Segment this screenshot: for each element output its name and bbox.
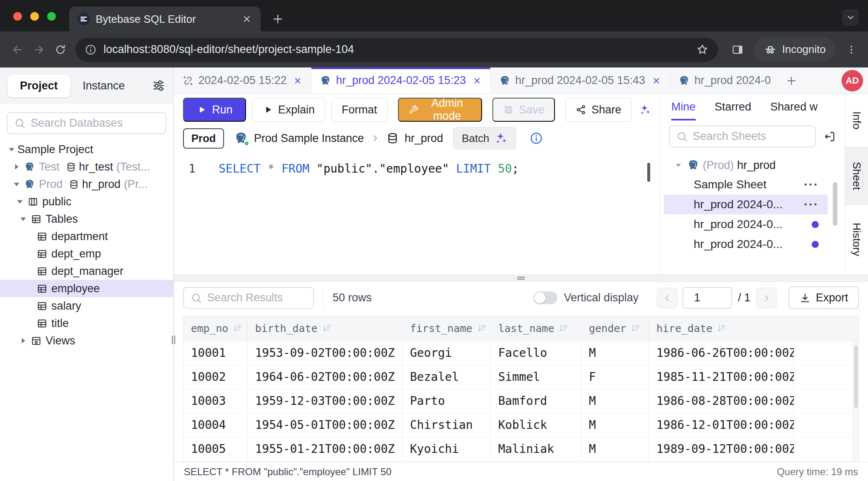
editor-tab[interactable]: hr_prod 2024-02-05 15:23 xyxy=(311,67,491,94)
tree-item[interactable]: dept_manager xyxy=(0,262,173,280)
editor-tab[interactable]: hr_prod 2024-02-05 15:43 xyxy=(491,67,670,94)
side-tab-history[interactable]: History xyxy=(845,205,868,274)
side-tab-sheet[interactable]: Sheet xyxy=(845,147,868,205)
caret-down-icon[interactable] xyxy=(6,144,17,155)
reload-button[interactable] xyxy=(50,39,71,60)
forward-button[interactable] xyxy=(28,39,50,60)
sql-editor[interactable]: 1 SELECT * FROM "public"."employee" LIMI… xyxy=(174,151,660,274)
sheet-tab-shared[interactable]: Shared w xyxy=(770,94,817,120)
side-panel-button[interactable] xyxy=(727,39,748,60)
sidebar-tab-project[interactable]: Project xyxy=(7,75,70,97)
page-number-input[interactable] xyxy=(682,287,732,309)
bookmark-star-icon[interactable] xyxy=(696,43,709,56)
tab-search-button[interactable] xyxy=(842,9,859,26)
sheet-tab-starred[interactable]: Starred xyxy=(715,94,752,120)
editor-tab-bar: 2024-02-05 15:22hr_prod 2024-02-05 15:23… xyxy=(174,67,868,94)
sheet-panel: MineStarredShared w (Prod)hr_prodSample … xyxy=(660,94,845,274)
panel-divider[interactable] xyxy=(174,274,868,282)
browser-menu-button[interactable] xyxy=(841,40,861,60)
editor-tab[interactable]: hr_prod 2024-0 xyxy=(670,67,779,94)
sidebar-tab-instance[interactable]: Instance xyxy=(70,75,137,97)
browser-tab[interactable]: Bytebase SQL Editor xyxy=(69,7,260,31)
admin-mode-button[interactable]: Admin mode xyxy=(398,98,482,122)
close-icon[interactable] xyxy=(651,76,661,86)
filter-sliders-icon[interactable] xyxy=(152,79,166,93)
site-info-icon[interactable] xyxy=(84,43,97,56)
window-zoom-button[interactable] xyxy=(47,12,56,21)
sheet-search-input[interactable] xyxy=(693,130,808,143)
results-search[interactable] xyxy=(183,287,314,309)
sort-icon[interactable] xyxy=(630,323,641,334)
instance-name[interactable]: Prod Sample Instance xyxy=(254,132,364,145)
caret-right-icon[interactable] xyxy=(17,335,29,346)
tree-item[interactable]: Testhr_test(Test... xyxy=(0,158,173,176)
new-tab-button[interactable] xyxy=(271,12,285,26)
sort-icon[interactable] xyxy=(322,323,333,334)
sidebar-resize-handle[interactable] xyxy=(168,332,179,348)
format-button[interactable]: Format xyxy=(331,98,388,122)
share-button[interactable]: Share xyxy=(565,98,632,122)
caret-down-icon[interactable] xyxy=(673,160,684,171)
tree-item[interactable]: title xyxy=(0,315,173,332)
explain-button[interactable]: Explain xyxy=(252,98,326,122)
database-search[interactable] xyxy=(7,112,166,134)
database-name[interactable]: hr_prod xyxy=(405,132,443,145)
results-scrollbar-thumb[interactable] xyxy=(854,346,858,408)
sort-icon[interactable] xyxy=(477,323,487,334)
add-sheet-tab-button[interactable] xyxy=(779,67,804,94)
tree-item[interactable]: Views xyxy=(0,332,173,349)
close-icon[interactable] xyxy=(472,76,482,86)
tree-item[interactable]: public xyxy=(0,193,173,210)
database-search-input[interactable] xyxy=(31,117,159,130)
sort-icon[interactable] xyxy=(558,323,569,334)
more-menu-icon[interactable]: ··· xyxy=(804,198,819,211)
close-icon[interactable] xyxy=(293,76,303,86)
caret-down-icon[interactable] xyxy=(14,196,26,207)
next-page-button[interactable] xyxy=(756,288,777,308)
browser-tab-close-icon[interactable] xyxy=(241,14,252,24)
sheet-search[interactable] xyxy=(669,125,816,147)
tree-item[interactable]: Prodhr_prod(Pr... xyxy=(0,176,173,193)
results-scrollbar[interactable] xyxy=(853,342,858,462)
wrench-icon xyxy=(409,103,418,116)
vertical-display-toggle[interactable] xyxy=(533,291,557,304)
prev-page-button[interactable] xyxy=(657,288,678,308)
user-avatar[interactable]: AD xyxy=(841,70,863,91)
results-search-input[interactable] xyxy=(207,291,306,304)
sheet-list-item[interactable]: hr_prod 2024-0... xyxy=(664,214,828,234)
import-sheet-icon[interactable] xyxy=(823,130,837,143)
caret-right-icon[interactable] xyxy=(11,161,22,173)
sort-icon[interactable] xyxy=(232,323,243,334)
tree-item[interactable]: dept_emp xyxy=(0,245,173,262)
window-minimize-button[interactable] xyxy=(30,12,39,21)
table-icon xyxy=(31,214,42,225)
ai-assistant-button[interactable] xyxy=(639,102,651,118)
tree-item[interactable]: Sample Project xyxy=(0,141,173,158)
caret-down-icon[interactable] xyxy=(11,178,22,190)
tree-item[interactable]: employee xyxy=(0,280,173,297)
divider-drag-handle[interactable] xyxy=(508,274,534,283)
sheet-scrollbar-thumb[interactable] xyxy=(833,182,837,226)
caret-down-icon[interactable] xyxy=(17,213,29,225)
save-button[interactable]: Save xyxy=(492,98,555,122)
export-button[interactable]: Export xyxy=(788,286,859,309)
sheet-group-header[interactable]: (Prod)hr_prod xyxy=(661,156,845,175)
more-menu-icon[interactable]: ··· xyxy=(804,178,819,191)
editor-tab[interactable]: 2024-02-05 15:22 xyxy=(174,67,311,94)
window-close-button[interactable] xyxy=(13,12,22,21)
tree-item[interactable]: salary xyxy=(0,297,173,315)
back-button[interactable] xyxy=(7,39,28,60)
tree-item[interactable]: Tables xyxy=(0,210,173,228)
address-bar[interactable]: localhost:8080/sql-editor/sheet/project-… xyxy=(75,38,718,62)
editor-scrollbar-thumb[interactable] xyxy=(647,163,650,182)
side-tab-info[interactable]: Info xyxy=(845,94,868,147)
run-button[interactable]: Run xyxy=(183,98,246,122)
info-icon[interactable] xyxy=(529,131,543,145)
sheet-list-item[interactable]: hr_prod 2024-0... xyxy=(664,234,828,254)
sort-icon[interactable] xyxy=(716,323,727,334)
sheet-list-item[interactable]: Sample Sheet··· xyxy=(664,175,828,195)
sheet-tab-mine[interactable]: Mine xyxy=(671,94,696,120)
tree-item[interactable]: department xyxy=(0,228,173,245)
sheet-list-item[interactable]: hr_prod 2024-0...··· xyxy=(664,195,828,214)
batch-button[interactable]: Batch xyxy=(453,127,516,149)
